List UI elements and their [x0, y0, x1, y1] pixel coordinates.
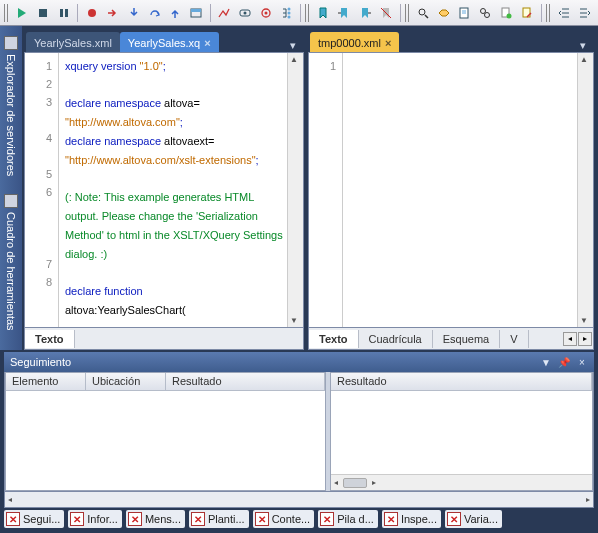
new-file-icon[interactable] — [497, 3, 516, 23]
left-view-tabs: Texto — [24, 328, 304, 350]
col-resultado[interactable]: Resultado — [166, 373, 325, 390]
toolwin-tab[interactable]: ✕Inspe... — [382, 510, 441, 528]
vertical-scrollbar[interactable] — [577, 53, 593, 327]
svg-point-15 — [481, 8, 486, 13]
grid-body[interactable] — [331, 391, 592, 474]
code-area[interactable]: xquery version "1.0";declare namespace a… — [59, 53, 287, 327]
toolwin-tab[interactable]: ✕Pila d... — [318, 510, 378, 528]
grid-body[interactable] — [6, 391, 325, 490]
col-resultado[interactable]: Resultado — [331, 373, 592, 390]
svg-point-9 — [264, 11, 267, 14]
tab-yearlysales-xml[interactable]: YearlySales.xml — [26, 32, 120, 52]
toolbar-grip[interactable] — [305, 4, 310, 22]
eval-icon[interactable] — [257, 3, 276, 23]
view-tab-cuadricula[interactable]: Cuadrícula — [359, 330, 433, 348]
indent-right-icon[interactable] — [575, 3, 594, 23]
sidebar-tab-toolbox[interactable]: Cuadro de herramientas — [2, 188, 20, 337]
bookmark-clear-icon[interactable] — [377, 3, 396, 23]
error-icon: ✕ — [320, 512, 334, 526]
col-elemento[interactable]: Elemento — [6, 373, 86, 390]
tab-menu-icon[interactable]: ▾ — [576, 38, 590, 52]
toolbox-icon — [4, 194, 18, 208]
tab-tmp0000-xml[interactable]: tmp0000.xml× — [310, 32, 399, 52]
panel-close-icon[interactable]: × — [576, 356, 588, 368]
toolwin-tab[interactable]: ✕Mens... — [126, 510, 185, 528]
indent-left-icon[interactable] — [554, 3, 573, 23]
toolwin-tab[interactable]: ✕Conte... — [253, 510, 315, 528]
tree-icon[interactable] — [277, 3, 296, 23]
watch-icon[interactable] — [236, 3, 255, 23]
horizontal-scrollbar[interactable]: ◂▸ — [331, 474, 592, 490]
bookmark-next-icon[interactable] — [335, 3, 354, 23]
error-icon: ✕ — [128, 512, 142, 526]
svg-rect-2 — [65, 9, 68, 17]
toolbar-separator — [541, 4, 542, 22]
edit-file-icon[interactable] — [518, 3, 537, 23]
toolwin-tab[interactable]: ✕Infor... — [68, 510, 122, 528]
svg-point-3 — [88, 9, 96, 17]
grid-header: Elemento Ubicación Resultado — [6, 373, 325, 391]
stop-icon[interactable] — [34, 3, 53, 23]
editor-right: tmp0000.xml× ▾ 1 Texto Cuadrícula Esquem… — [308, 30, 594, 350]
grid-left: Elemento Ubicación Resultado — [5, 372, 326, 491]
pause-icon[interactable] — [55, 3, 74, 23]
toolwin-tab[interactable]: ✕Varia... — [445, 510, 502, 528]
toolbar-separator — [210, 4, 211, 22]
step-icon[interactable] — [103, 3, 122, 23]
toolbar-grip[interactable] — [405, 4, 410, 22]
toolbar-separator — [300, 4, 301, 22]
sidebar-tab-server-explorer[interactable]: Explorador de servidores — [2, 30, 20, 182]
svg-rect-0 — [39, 9, 47, 17]
breakpoint-icon[interactable] — [82, 3, 101, 23]
trace-icon[interactable] — [215, 3, 234, 23]
toolwin-tab[interactable]: ✕Segui... — [4, 510, 64, 528]
tab-yearlysales-xq[interactable]: YearlySales.xq× — [120, 32, 219, 52]
view-tab-texto[interactable]: Texto — [25, 330, 75, 348]
toolbar-grip[interactable] — [546, 4, 551, 22]
toolwin-tab[interactable]: ✕Planti... — [189, 510, 249, 528]
tracking-panel: Seguimiento ▼ 📌 × Elemento Ubicación Res… — [4, 352, 594, 492]
find-files-icon[interactable] — [476, 3, 495, 23]
step-over-icon[interactable] — [145, 3, 164, 23]
main-area: Explorador de servidores Cuadro de herra… — [0, 26, 598, 350]
svg-point-13 — [419, 9, 425, 15]
toolbar-grip[interactable] — [4, 4, 9, 22]
tab-menu-icon[interactable]: ▾ — [286, 38, 300, 52]
svg-rect-5 — [191, 9, 201, 12]
tag-icon[interactable] — [434, 3, 453, 23]
vertical-scrollbar[interactable] — [287, 53, 303, 327]
main-toolbar — [0, 0, 598, 26]
tab-scroll[interactable]: ◂▸ — [563, 332, 593, 346]
panel-header[interactable]: Seguimiento ▼ 📌 × — [4, 352, 594, 372]
goto-icon[interactable] — [455, 3, 474, 23]
server-icon — [4, 36, 18, 50]
bookmark-icon[interactable] — [314, 3, 333, 23]
panel-menu-icon[interactable]: ▼ — [540, 356, 552, 368]
code-area[interactable] — [343, 53, 577, 327]
sidebar: Explorador de servidores Cuadro de herra… — [0, 26, 22, 350]
view-tab-texto[interactable]: Texto — [309, 330, 359, 348]
find-icon[interactable] — [413, 3, 432, 23]
svg-point-12 — [287, 15, 290, 18]
panel-title: Seguimiento — [10, 356, 71, 368]
svg-point-16 — [485, 12, 490, 17]
col-ubicacion[interactable]: Ubicación — [86, 373, 166, 390]
outer-horizontal-scrollbar[interactable]: ◂▸ — [4, 492, 594, 508]
grid-right: Resultado ◂▸ — [330, 372, 593, 491]
frame-icon[interactable] — [187, 3, 206, 23]
view-tab-esquema[interactable]: Esquema — [433, 330, 500, 348]
step-out-icon[interactable] — [166, 3, 185, 23]
error-icon: ✕ — [255, 512, 269, 526]
panel-pin-icon[interactable]: 📌 — [558, 356, 570, 368]
right-tabrow: tmp0000.xml× ▾ — [308, 30, 594, 52]
bookmark-prev-icon[interactable] — [356, 3, 375, 23]
left-editor-body: 123 4 56 78 xquery version "1.0";declare… — [24, 52, 304, 328]
toolbar-separator — [77, 4, 78, 22]
right-editor-body: 1 — [308, 52, 594, 328]
close-icon[interactable]: × — [385, 37, 391, 49]
step-into-icon[interactable] — [124, 3, 143, 23]
play-icon[interactable] — [13, 3, 32, 23]
view-tab-v[interactable]: V — [500, 330, 528, 348]
close-icon[interactable]: × — [204, 37, 210, 49]
toolbar-separator — [400, 4, 401, 22]
